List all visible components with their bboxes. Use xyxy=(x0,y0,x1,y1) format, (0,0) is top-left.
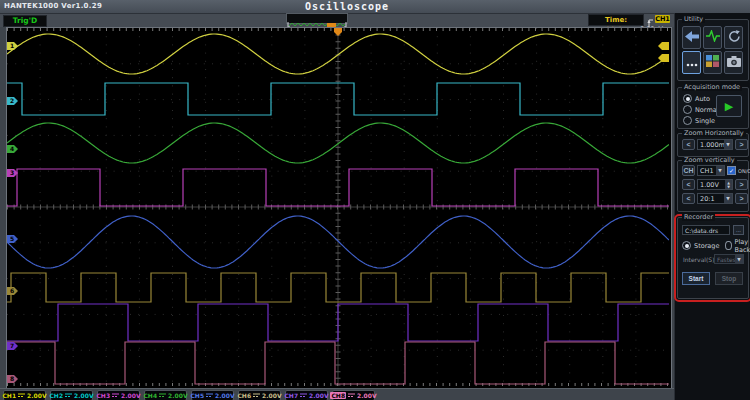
volts-per-div-stepper[interactable]: 1.00V▲▼ xyxy=(697,179,733,190)
channel-label-ch8[interactable]: CH82.00V xyxy=(332,390,375,400)
chevron-down-icon: ▼ xyxy=(735,255,743,263)
channel-scale: 2.00V xyxy=(74,392,93,399)
recorder-group: Recorder C:\data.drs ... StoragePlay Bac… xyxy=(677,217,749,299)
trigger-level-marker[interactable] xyxy=(658,54,669,62)
acquisition-option-single[interactable]: Single xyxy=(683,115,719,126)
svg-text:2: 2 xyxy=(10,97,14,104)
run-button[interactable]: ▶ xyxy=(716,95,742,117)
channel-label-ch4[interactable]: CH42.00V xyxy=(144,390,187,400)
volts-decrease-button[interactable]: < xyxy=(682,179,695,190)
channel-onoff-checkbox[interactable]: ✓ xyxy=(727,166,736,175)
window-title: Oscilloscope xyxy=(305,1,389,12)
acquisition-option-auto[interactable]: Auto xyxy=(683,93,719,104)
acquisition-radios: AutoNormalSingle xyxy=(683,93,719,126)
back-arrow-icon xyxy=(685,30,699,45)
channel-marker-ch2[interactable]: 2 xyxy=(7,97,18,105)
radio-icon[interactable] xyxy=(725,241,731,250)
record-file-input[interactable]: C:\data.drs xyxy=(682,225,730,235)
dc-coupling-icon xyxy=(18,392,25,399)
channel-label-ch5[interactable]: CH52.00V xyxy=(191,390,234,400)
svg-text:4: 4 xyxy=(10,145,14,152)
channel-scale: 2.00V xyxy=(309,392,328,399)
waveform-display[interactable]: 12435678 xyxy=(6,27,672,389)
pulse-button[interactable] xyxy=(703,26,722,49)
channel-marker-ch8[interactable]: 8 xyxy=(7,375,18,383)
zoom-vertical-group: Zoom vertically CH CH1▼ ✓ ON/OFF < 1.00V… xyxy=(677,160,749,212)
record-start-button[interactable]: Start xyxy=(682,272,710,285)
acquisition-mode-group: Acquisition mode AutoNormalSingle ▶ xyxy=(677,87,749,129)
channel-marker-ch5[interactable]: 5 xyxy=(7,235,18,243)
rotate-icon xyxy=(727,30,740,45)
channel-label-ch6[interactable]: CH62.00V xyxy=(238,390,281,400)
stepper-arrows-icon[interactable]: ▲▼ xyxy=(725,180,732,189)
control-panel: Utility Acquisition mode AutoNormalSingl… xyxy=(674,13,750,400)
acquisition-option-normal[interactable]: Normal xyxy=(683,104,719,115)
record-stop-button[interactable]: Stop xyxy=(715,272,743,285)
ellipsis-icon xyxy=(686,55,698,70)
trigger-level-marker[interactable] xyxy=(658,42,669,50)
trace-ch7 xyxy=(7,304,669,341)
svg-text:5: 5 xyxy=(10,235,14,242)
radio-icon[interactable] xyxy=(683,105,692,114)
channel-label-ch7[interactable]: CH72.00V xyxy=(285,390,328,400)
dc-coupling-icon xyxy=(300,392,307,399)
channel-label-ch2[interactable]: CH22.00V xyxy=(50,390,93,400)
probe-ratio-select[interactable]: 20:1▼ xyxy=(697,193,733,204)
channel-scale: 2.00V xyxy=(215,392,234,399)
utility-group-label: Utility xyxy=(682,16,705,23)
chevron-down-icon[interactable]: ▼ xyxy=(724,140,732,149)
timebase-increase-button[interactable]: > xyxy=(735,139,748,150)
channel-marker-ch7[interactable]: 7 xyxy=(7,342,18,350)
back-arrow-button[interactable] xyxy=(682,26,701,49)
probe-decrease-button[interactable]: < xyxy=(682,193,695,204)
channel-scale: 2.00V xyxy=(27,392,46,399)
camera-button[interactable] xyxy=(724,51,743,74)
channel-marker-ch1[interactable]: 1 xyxy=(7,42,18,50)
tiles-icon xyxy=(706,55,719,70)
radio-icon[interactable] xyxy=(682,241,691,250)
channel-name: CH7 xyxy=(284,392,298,399)
rotate-button[interactable] xyxy=(724,26,743,49)
probe-increase-button[interactable]: > xyxy=(735,193,748,204)
timebase-decrease-button[interactable]: < xyxy=(682,139,695,150)
capture-preview[interactable] xyxy=(286,13,348,24)
recorder-mode-storage[interactable]: Storage xyxy=(682,240,719,251)
channel-scale: 2.00V xyxy=(262,392,281,399)
interval-select[interactable]: Fastest▼ xyxy=(714,254,744,264)
radio-label: Normal xyxy=(695,106,719,114)
channel-select[interactable]: CH1▼ xyxy=(697,165,725,176)
timebase-select[interactable]: 1.000ms▼ xyxy=(697,139,733,150)
chevron-down-icon[interactable]: ▼ xyxy=(716,166,724,175)
channel-name: CH6 xyxy=(237,392,251,399)
zoom-horizontal-label: Zoom Horizontally xyxy=(682,130,746,137)
channel-scale: 2.00V xyxy=(121,392,140,399)
channel-name: CH2 xyxy=(49,392,63,399)
utility-group: Utility xyxy=(677,19,749,81)
browse-button[interactable]: ... xyxy=(733,225,744,235)
channel-onoff-label: ON/OFF xyxy=(738,168,750,174)
channel-marker-ch3[interactable]: 3 xyxy=(7,169,18,177)
channel-marker-ch6[interactable]: 6 xyxy=(7,287,18,295)
channel-cycle-button[interactable]: CH xyxy=(682,165,695,176)
camera-icon xyxy=(727,55,741,70)
svg-text:7: 7 xyxy=(10,342,14,349)
channel-name: CH5 xyxy=(190,392,204,399)
chevron-down-icon[interactable]: ▼ xyxy=(724,194,732,203)
pulse-icon xyxy=(706,30,720,45)
ellipsis-button[interactable] xyxy=(682,51,701,74)
volts-increase-button[interactable]: > xyxy=(735,179,748,190)
channel-scale: 2.00V xyxy=(168,392,187,399)
channel-label-ch1[interactable]: CH12.00V xyxy=(3,390,46,400)
recorder-mode-play-back[interactable]: Play Back xyxy=(725,240,750,251)
radio-icon[interactable] xyxy=(683,94,692,103)
radio-icon[interactable] xyxy=(683,116,692,125)
channel-status-bar: CH12.00VCH22.00VCH32.00VCH42.00VCH52.00V… xyxy=(0,388,677,400)
channel-marker-ch4[interactable]: 4 xyxy=(7,145,18,153)
acquisition-group-label: Acquisition mode xyxy=(682,84,742,91)
channel-label-ch3[interactable]: CH32.00V xyxy=(97,390,140,400)
radio-label: Auto xyxy=(695,95,710,103)
dc-coupling-icon xyxy=(206,392,213,399)
tiles-button[interactable] xyxy=(703,51,722,74)
radio-label: Storage xyxy=(694,242,719,250)
svg-text:3: 3 xyxy=(10,169,14,176)
